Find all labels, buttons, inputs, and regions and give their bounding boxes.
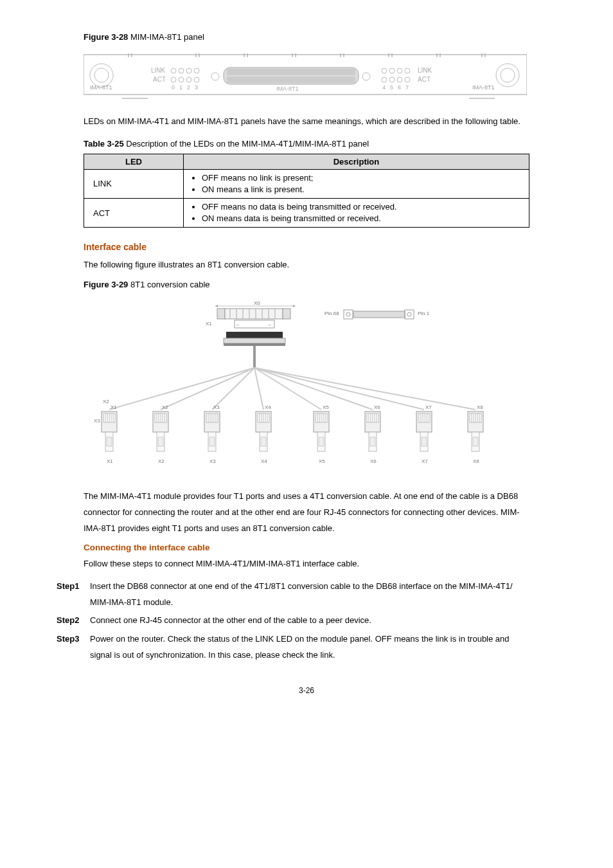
svg-rect-68 — [224, 343, 285, 346]
table-row: LINK OFF means no link is present; ON me… — [84, 169, 529, 198]
heading-interface-cable: Interface cable — [84, 242, 529, 252]
step-3-text: Power on the router. Check the status of… — [90, 631, 529, 663]
list-item: OFF means no data is being transmitted o… — [202, 201, 522, 213]
branch-b3: X3 — [209, 458, 216, 464]
svg-point-62 — [407, 312, 411, 316]
svg-rect-61 — [405, 310, 414, 319]
svg-point-25 — [171, 77, 176, 82]
svg-point-27 — [186, 77, 191, 82]
panel-act-right: ACT — [418, 76, 431, 83]
svg-rect-32 — [227, 77, 355, 83]
figure-29-title: 8T1 conversion cable — [130, 280, 210, 289]
th-description: Description — [184, 154, 529, 169]
svg-text:o: o — [236, 323, 239, 327]
svg-rect-48 — [225, 309, 283, 319]
figure-29-caption: Figure 3-29 8T1 conversion cable — [84, 280, 529, 289]
page-number: 3-26 — [84, 686, 529, 695]
port-1: 1 — [179, 84, 182, 91]
branch-4: X4 — [265, 404, 271, 410]
th-led: LED — [84, 154, 184, 169]
model-left: IMA-8T1 — [90, 84, 112, 91]
branch-6: X6 — [374, 404, 380, 410]
figure-28-caption: Figure 3-28 MIM-IMA-8T1 panel — [84, 32, 529, 42]
svg-point-22 — [179, 68, 184, 73]
svg-point-39 — [389, 77, 395, 82]
panel-figure: LINK ACT 0 1 2 3 IMA-8T1 LINK ACT — [84, 50, 529, 100]
table-row: ACT OFF means no data is being transmitt… — [84, 199, 529, 228]
svg-point-20 — [501, 68, 515, 82]
port-7: 7 — [405, 84, 409, 91]
table-25-label: Table 3-25 — [84, 139, 124, 149]
port-6: 6 — [398, 84, 401, 91]
step-1-label: Step1 — [57, 579, 90, 610]
branch-b4: X4 — [261, 458, 267, 464]
svg-point-40 — [397, 77, 402, 82]
svg-rect-78 — [107, 437, 112, 446]
interface-cable-text: The following figure illustrates an 8T1 … — [84, 257, 529, 273]
branch-b8: X8 — [473, 458, 479, 464]
port-4: 4 — [382, 84, 386, 91]
svg-rect-96 — [209, 437, 215, 446]
connecting-intro: Follow these steps to connect MIM-IMA-4T… — [84, 556, 529, 572]
svg-point-28 — [194, 77, 199, 82]
port-3: 3 — [195, 84, 198, 91]
svg-point-17 — [90, 64, 113, 87]
svg-rect-87 — [158, 437, 163, 446]
svg-rect-67 — [224, 338, 285, 343]
svg-rect-114 — [319, 437, 324, 446]
list-item: OFF means no link is present; — [202, 172, 522, 184]
list-item: ON means data is being transmitted or re… — [202, 213, 522, 224]
port-2: 2 — [187, 84, 190, 91]
step-3-label: Step3 — [57, 631, 90, 663]
cable-figure: X0 Pin.68 Pin.1 X1 oo — [84, 297, 529, 477]
branch-3: X3 — [213, 404, 220, 410]
svg-point-24 — [194, 68, 199, 73]
branch-2: X2 — [162, 404, 168, 410]
panel-center-label: IMA-8T1 — [276, 86, 299, 92]
label-x1: X1 — [206, 321, 212, 327]
figure-28-label: Figure 3-28 — [84, 32, 128, 42]
svg-point-18 — [94, 68, 109, 82]
label-x3: X3 — [94, 418, 100, 424]
branch-7: X7 — [425, 404, 432, 410]
branch-b7: X7 — [422, 458, 428, 464]
led-link-name: LINK — [84, 169, 184, 198]
branch-8: X8 — [477, 404, 483, 410]
label-pin1: Pin.1 — [418, 311, 430, 316]
step-1-text: Insert the DB68 connector at one end of … — [90, 579, 529, 610]
table-25-title: Description of the LEDs on the MIM-IMA-4… — [126, 139, 369, 149]
svg-rect-132 — [422, 437, 427, 446]
svg-marker-45 — [215, 305, 218, 307]
led-table: LED Description LINK OFF means no link i… — [84, 154, 529, 228]
branch-b1: X1 — [107, 458, 113, 464]
svg-point-59 — [346, 312, 350, 316]
svg-rect-58 — [344, 310, 353, 319]
paragraph-leds: LEDs on MIM-IMA-4T1 and MIM-IMA-8T1 pane… — [84, 114, 529, 130]
svg-rect-66 — [226, 332, 283, 338]
svg-rect-123 — [370, 437, 375, 446]
svg-point-34 — [382, 68, 387, 73]
figure-29-label: Figure 3-29 — [84, 280, 128, 289]
branch-b5: X5 — [319, 458, 325, 464]
svg-point-36 — [397, 68, 402, 73]
panel-link-left: LINK — [151, 67, 166, 74]
heading-connecting: Connecting the interface cable — [84, 543, 529, 552]
label-x0: X0 — [254, 300, 260, 306]
svg-point-35 — [389, 68, 395, 73]
branch-1: X1 — [111, 404, 117, 410]
svg-point-19 — [496, 64, 519, 87]
svg-marker-46 — [293, 305, 296, 307]
panel-link-right: LINK — [418, 67, 432, 74]
port-0: 0 — [172, 84, 175, 91]
branch-b2: X2 — [158, 458, 164, 464]
svg-rect-47 — [217, 309, 225, 319]
svg-point-26 — [179, 77, 184, 82]
svg-rect-60 — [353, 311, 405, 318]
branch-b6: X6 — [370, 458, 377, 464]
svg-text:o: o — [269, 323, 271, 327]
svg-rect-141 — [473, 437, 478, 446]
label-x2: X2 — [103, 399, 109, 404]
svg-point-37 — [405, 68, 410, 73]
list-item: ON means a link is present. — [202, 184, 522, 195]
panel-act-left: ACT — [153, 76, 166, 83]
